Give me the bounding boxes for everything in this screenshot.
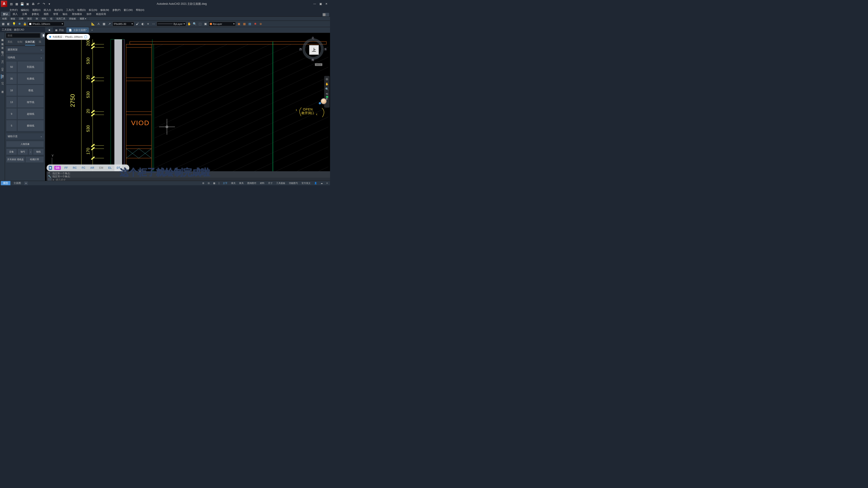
nav-pan-icon[interactable]: ✋ (325, 82, 329, 86)
st-furniture[interactable]: 家具 (238, 181, 245, 185)
tp-btn-switch[interactable]: 开关插座 墙线盒 (6, 157, 25, 162)
tp-cell-verythin[interactable]: 极细线 (18, 120, 43, 131)
statustab-add[interactable]: + (24, 182, 28, 185)
nav-zoom-icon[interactable]: 🔍 (325, 87, 329, 91)
strip-jianzhu[interactable]: 建筑 (1, 40, 4, 42)
tp-cell-look[interactable]: 看线 (18, 85, 43, 96)
layer-color-dropdown[interactable]: ByLayer▾ (209, 22, 236, 26)
model-canvas[interactable]: 2750 200 530 20 530 20 530 170 VIOD Y 上 (45, 33, 330, 181)
menu-parametric[interactable]: 参数(P) (111, 8, 122, 12)
ribtab-insert[interactable]: 插入 (10, 12, 20, 17)
vp-icon-1[interactable]: ▣ (237, 22, 241, 26)
filetab-document[interactable]: 📄主卧立面图* (66, 27, 89, 33)
qat-save-icon[interactable]: 💾 (20, 2, 24, 6)
strip-em[interactable]: EM (1, 67, 4, 72)
tp-section-frame[interactable]: 建筑框架⌄ (6, 46, 44, 53)
viewcube-west[interactable]: 西 (299, 47, 302, 51)
menu-modify[interactable]: 修改(M) (99, 8, 111, 12)
st-icon-2[interactable]: ⊟ (206, 182, 211, 185)
linetype-dropdown[interactable]: ByLayer▾ (157, 22, 186, 26)
ribtab-annotate[interactable]: 注释 (20, 12, 29, 17)
ribpanel-modify[interactable]: 修改 (9, 17, 17, 21)
qat-dropdown-icon[interactable]: ▾ (47, 2, 52, 6)
menu-view[interactable]: 视图(V) (31, 8, 42, 12)
st-icon-3[interactable]: ▦ (212, 182, 217, 185)
tp-tab-entity[interactable]: 实体匹配 (25, 39, 35, 45)
ribpanel-draw[interactable]: 绘图 (0, 17, 9, 21)
layer-props-icon[interactable]: ▦ (1, 22, 5, 26)
zoom-icon[interactable]: 🔍 (192, 22, 197, 26)
statustab-layout[interactable]: 立面图 (11, 181, 23, 185)
ribpanel-properties[interactable]: 特性 (40, 17, 49, 21)
viewcube-top-face[interactable]: 上 (309, 45, 319, 55)
st-icon-1[interactable]: ⊞ (201, 182, 206, 185)
ribpanel-utilities[interactable]: 实用工具 (55, 17, 67, 21)
tp-section-struct[interactable]: 结构线⌄ (6, 55, 44, 61)
strip-biaozhun[interactable]: 标准化 (1, 36, 4, 38)
qat-redo-icon[interactable]: ↷ (41, 2, 46, 6)
lw-icon[interactable]: ≡ (146, 22, 150, 26)
menu-edit[interactable]: 编辑(E) (20, 8, 31, 12)
strip-dt[interactable]: DT (1, 81, 4, 86)
tablestyle-icon[interactable]: ▦ (102, 22, 106, 26)
tp-btn-axisnum[interactable]: 轴号 (18, 149, 28, 155)
tp-cell-thin[interactable]: 超细线 (18, 108, 43, 119)
layer-lock-icon[interactable]: 🔒 (23, 22, 27, 26)
st-text[interactable]: 文字 (221, 181, 229, 185)
ribpanel-layers[interactable]: 图层 (26, 17, 34, 21)
tp-btn-arrow[interactable]: › (29, 149, 32, 155)
close-button[interactable]: ✕ (324, 2, 329, 6)
menu-dimension[interactable]: 标注(N) (88, 8, 98, 12)
ribpanel-groups[interactable]: 组 (49, 17, 55, 21)
statustab-model[interactable]: 模型 (1, 181, 10, 185)
tp-cell-18[interactable]: 18 (6, 85, 17, 96)
cmdpill-fc[interactable]: FC (80, 166, 87, 170)
menu-window[interactable]: 窗口(W) (122, 8, 134, 12)
color-icon[interactable]: ◐ (141, 22, 145, 26)
menu-draw[interactable]: 绘图(D) (76, 8, 87, 12)
tp-section-aux[interactable]: 辅助示意⌄ (6, 133, 44, 139)
ribtab-manage[interactable]: 管理 (51, 12, 60, 17)
tp-cell-9[interactable]: 9 (6, 108, 17, 119)
view-cube[interactable]: 上 北 南 西 东 WCS (301, 37, 326, 61)
strip-wuliao[interactable]: 物料 (1, 48, 4, 50)
tp-btn-figure[interactable]: 人物形象 (6, 141, 43, 147)
tp-cell-35[interactable]: 35 (6, 73, 17, 84)
ribbon-toggle-icon[interactable] (322, 13, 329, 17)
mleader-icon[interactable]: ↗ (107, 22, 112, 26)
qat-new-icon[interactable]: ▤ (9, 2, 13, 6)
vp-icon-4[interactable]: ✱ (253, 22, 257, 26)
layer-states-icon[interactable]: ◧ (6, 22, 11, 26)
menu-tools[interactable]: 工具(T) (65, 8, 75, 12)
qat-undo-icon[interactable]: ↶ (36, 2, 41, 6)
viewcube-north[interactable]: 北 (311, 36, 314, 40)
tp-cell-detail[interactable]: 细节线 (18, 97, 43, 107)
ribtab-output[interactable]: 输出 (60, 12, 70, 17)
ribpanel-block[interactable]: 块 (34, 17, 40, 21)
filetab-star[interactable]: ★ (46, 27, 53, 33)
nav-wheel-icon[interactable]: ◎ (325, 77, 329, 81)
strip-fc[interactable]: FC (1, 53, 4, 57)
ribtab-collaborate[interactable]: 协作 (84, 12, 94, 17)
match-icon[interactable]: 🖌 (135, 22, 140, 26)
layer-dropdown[interactable]: !PboEL-18Norm▾ (28, 22, 64, 26)
ribpanel-view[interactable]: 视图 ▾ (78, 17, 88, 21)
tp-cell-outline[interactable]: 轮廓线 (18, 73, 43, 84)
cmdpill-em[interactable]: EM (98, 166, 105, 170)
viewcube-south[interactable]: 南 (311, 58, 314, 62)
filetab-new[interactable]: + (89, 27, 95, 33)
st-hatch[interactable]: 填充 (230, 181, 237, 185)
app-logo-icon[interactable]: A (1, 1, 7, 7)
tp-btn-device[interactable]: 设备 (6, 149, 17, 155)
cmdpill-rc[interactable]: RC (71, 166, 78, 170)
tp-tab-me[interactable]: 我 (35, 39, 45, 45)
tp-btn-axisline[interactable]: 轴线 (33, 149, 43, 155)
ribpanel-annotate[interactable]: 注释 (17, 17, 26, 21)
menu-insert[interactable]: 插入(I) (42, 8, 52, 12)
tp-cell-5[interactable]: 5 (6, 120, 17, 131)
cmdpill-ar[interactable]: AR (89, 166, 95, 170)
user-avatar-icon[interactable] (320, 98, 327, 104)
dimstyle-dropdown[interactable]: !PboMS-30▾ (113, 22, 134, 26)
qat-open-icon[interactable]: ▦ (14, 2, 19, 6)
zoomwin-icon[interactable]: ⬚ (198, 22, 202, 26)
